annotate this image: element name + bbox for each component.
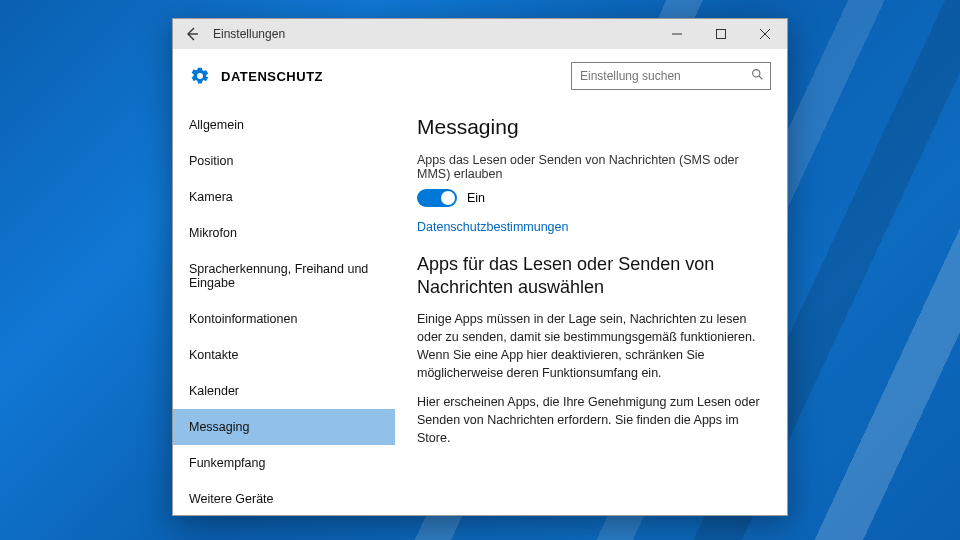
close-icon xyxy=(760,29,770,39)
toggle-knob xyxy=(441,191,455,205)
settings-window: Einstellungen DATENSCHUTZ AllgemeinPosit… xyxy=(172,18,788,516)
maximize-icon xyxy=(716,29,726,39)
search-box[interactable] xyxy=(571,62,771,90)
category-title: DATENSCHUTZ xyxy=(221,69,323,84)
search-input[interactable] xyxy=(580,69,751,83)
sidebar-item-spracherkennung-freihand-und-eingabe[interactable]: Spracherkennung, Freihand und Eingabe xyxy=(173,251,395,301)
sidebar-item-messaging[interactable]: Messaging xyxy=(173,409,395,445)
svg-line-6 xyxy=(759,76,762,79)
toggle-description: Apps das Lesen oder Senden von Nachricht… xyxy=(417,153,765,181)
minimize-icon xyxy=(672,29,682,39)
sidebar-item-kontakte[interactable]: Kontakte xyxy=(173,337,395,373)
svg-rect-2 xyxy=(717,30,726,39)
body: AllgemeinPositionKameraMikrofonSpracherk… xyxy=(173,103,787,515)
content-pane: Messaging Apps das Lesen oder Senden von… xyxy=(395,103,787,515)
sidebar-item-funkempfang[interactable]: Funkempfang xyxy=(173,445,395,481)
section-subheading: Apps für das Lesen oder Senden von Nachr… xyxy=(417,253,765,298)
titlebar: Einstellungen xyxy=(173,19,787,49)
info-paragraph-2: Hier erscheinen Apps, die Ihre Genehmigu… xyxy=(417,393,765,447)
sidebar-item-kalender[interactable]: Kalender xyxy=(173,373,395,409)
sidebar-item-kamera[interactable]: Kamera xyxy=(173,179,395,215)
sidebar[interactable]: AllgemeinPositionKameraMikrofonSpracherk… xyxy=(173,103,395,515)
header: DATENSCHUTZ xyxy=(173,49,787,103)
info-paragraph-1: Einige Apps müssen in der Lage sein, Nac… xyxy=(417,310,765,383)
sidebar-item-mikrofon[interactable]: Mikrofon xyxy=(173,215,395,251)
window-title: Einstellungen xyxy=(211,27,285,41)
allow-messaging-toggle[interactable] xyxy=(417,189,457,207)
sidebar-item-position[interactable]: Position xyxy=(173,143,395,179)
sidebar-item-weitere-ger-te[interactable]: Weitere Geräte xyxy=(173,481,395,515)
search-icon xyxy=(751,67,764,85)
settings-gear-icon xyxy=(189,65,211,87)
minimize-button[interactable] xyxy=(655,19,699,49)
privacy-link[interactable]: Datenschutzbestimmungen xyxy=(417,220,568,234)
sidebar-item-kontoinformationen[interactable]: Kontoinformationen xyxy=(173,301,395,337)
svg-point-5 xyxy=(753,70,760,77)
back-button[interactable] xyxy=(173,19,211,49)
toggle-state-label: Ein xyxy=(467,191,485,205)
page-heading: Messaging xyxy=(417,115,765,139)
arrow-left-icon xyxy=(184,26,200,42)
maximize-button[interactable] xyxy=(699,19,743,49)
sidebar-item-allgemein[interactable]: Allgemein xyxy=(173,107,395,143)
close-button[interactable] xyxy=(743,19,787,49)
